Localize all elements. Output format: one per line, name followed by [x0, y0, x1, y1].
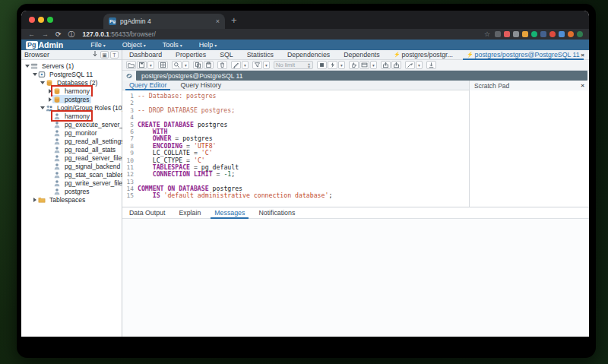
tab-dashboard[interactable]: Dashboard	[122, 50, 169, 60]
tree-item-pg-signal-backend[interactable]: pg_signal_backend	[21, 162, 121, 170]
autocommit-button[interactable]	[359, 61, 369, 69]
code-line-12[interactable]: 12 CONNECTION LIMIT = -1;	[122, 171, 469, 178]
menu-tools[interactable]: Tools▾	[163, 41, 182, 49]
locate-icon[interactable]	[90, 51, 99, 59]
tree-item-pg-stat-scan-tables[interactable]: pg_stat_scan_tables	[21, 170, 121, 179]
tab-postgres-postgr-[interactable]: ⚡postgres/postgr...	[387, 50, 460, 60]
forward-icon[interactable]: →	[42, 30, 49, 38]
tree-item-pg-read-all-settings[interactable]: pg_read_all_settings	[21, 137, 121, 145]
bookmark-star-icon[interactable]: ☆	[484, 30, 490, 38]
edit-grid-button[interactable]	[158, 61, 168, 69]
tree-item-postgres[interactable]: postgres	[21, 187, 121, 195]
tab-messages[interactable]: Messages	[207, 207, 252, 219]
commit-button[interactable]	[349, 61, 359, 69]
tree-item-pg-read-all-stats[interactable]: pg_read_all_stats	[21, 145, 121, 154]
reload-icon[interactable]: ⟳	[55, 30, 62, 38]
chevron-down-icon[interactable]	[40, 105, 45, 110]
copy-button[interactable]	[193, 61, 203, 69]
profile-box-extension-icon[interactable]	[495, 31, 501, 37]
discard-data-button[interactable]	[391, 61, 401, 69]
site-info-icon[interactable]: ⓘ	[68, 30, 75, 40]
blue-extension-icon[interactable]	[559, 31, 565, 37]
avatar-orange-icon[interactable]	[568, 31, 574, 37]
chevron-right-icon[interactable]	[47, 88, 52, 93]
tree-item-pg-read-server-files[interactable]: pg_read_server_files	[21, 154, 121, 162]
find-caret[interactable]: ▾	[182, 61, 189, 69]
filter-button[interactable]	[252, 61, 262, 69]
chevron-down-icon[interactable]	[40, 80, 45, 85]
tree-item-login-group-roles-10-[interactable]: Login/Group Roles (10)	[21, 103, 121, 112]
tree-item-harmony[interactable]: harmony	[21, 87, 121, 95]
save-data-button[interactable]	[381, 61, 391, 69]
edit-button[interactable]	[231, 61, 241, 69]
tree-item-postgresql-11[interactable]: PostgreSQL 11	[21, 70, 121, 78]
tree-item-tablespaces[interactable]: Tablespaces	[21, 195, 121, 204]
spinner-icon[interactable]: ▲▼	[307, 62, 311, 68]
chevron-down-icon[interactable]	[24, 63, 30, 68]
limit-combo[interactable]: No limit▲▼	[274, 61, 313, 69]
macro-button[interactable]	[405, 61, 415, 69]
close-window-button[interactable]	[29, 17, 35, 23]
download-button[interactable]	[426, 61, 436, 69]
autocommit-caret[interactable]: ▾	[370, 61, 377, 69]
tab-postgres-postgres-postgresql-11[interactable]: ⚡postgres/postgres@PostgreSQL 11	[460, 50, 587, 60]
url-text[interactable]: 127.0.0.1:56433/browser/	[83, 30, 156, 38]
scratch-pad-close-icon[interactable]: ×	[581, 82, 584, 89]
paste-button[interactable]	[204, 61, 214, 69]
zoom-window-button[interactable]	[47, 17, 53, 23]
red-circle-extension-icon[interactable]	[549, 31, 556, 37]
filter-icon[interactable]: T	[110, 51, 119, 59]
puzzle-extension-icon[interactable]	[513, 31, 519, 37]
execute-button[interactable]	[328, 61, 337, 69]
find-button[interactable]	[172, 61, 182, 69]
red-square-extension-icon[interactable]	[504, 31, 510, 37]
minimize-window-button[interactable]	[38, 17, 44, 23]
tree-item-pg-write-server-files[interactable]: pg_write_server_files	[21, 179, 121, 187]
execute-caret[interactable]: ▾	[338, 61, 345, 69]
panel-close-icon[interactable]: ×	[581, 52, 584, 59]
scratch-pad[interactable]	[469, 90, 589, 207]
edit-caret[interactable]: ▾	[242, 61, 249, 69]
chevron-right-icon[interactable]	[32, 197, 37, 202]
code-line-1[interactable]: 1-- Database: postgres	[122, 93, 469, 100]
avatar-green-icon[interactable]	[577, 31, 583, 37]
tree-item-postgres[interactable]: postgres	[21, 95, 121, 103]
tab-explain[interactable]: Explain	[172, 207, 207, 219]
open-file-button[interactable]	[126, 61, 136, 69]
menu-object[interactable]: Object▾	[122, 41, 146, 49]
orange-square-extension-icon[interactable]	[522, 31, 528, 37]
sql-editor[interactable]: 1-- Database: postgres23-- DROP DATABASE…	[122, 90, 469, 209]
connection-status-bar[interactable]: postgres/postgres@PostgreSQL 11	[136, 71, 587, 81]
tree-item-pg-monitor[interactable]: pg_monitor	[21, 128, 121, 137]
delete-button[interactable]	[217, 61, 227, 69]
tree-item-pg-execute-server-program[interactable]: pg_execute_server_program	[21, 120, 121, 128]
tree-item-servers-1-[interactable]: Servers (1)	[21, 62, 121, 70]
layout-icon[interactable]: ▣	[100, 51, 109, 59]
chevron-down-icon[interactable]	[32, 71, 37, 77]
green-circle-extension-icon[interactable]	[531, 31, 537, 37]
tab-dependencies[interactable]: Dependencies	[280, 50, 337, 60]
save-caret[interactable]: ▾	[147, 61, 154, 69]
tree-item-databases-2-[interactable]: Databases (2)	[21, 78, 121, 87]
menu-file[interactable]: File▾	[90, 41, 106, 49]
shield-extension-icon[interactable]	[540, 31, 546, 37]
tab-query-editor[interactable]: Query Editor	[122, 81, 173, 90]
tab-dependents[interactable]: Dependents	[337, 50, 386, 60]
code-line-5[interactable]: 5CREATE DATABASE postgres	[122, 122, 469, 128]
save-button[interactable]	[137, 61, 147, 69]
new-tab-button[interactable]: +	[231, 14, 237, 27]
tab-statistics[interactable]: Statistics	[240, 50, 280, 60]
tab-sql[interactable]: SQL	[213, 50, 240, 60]
tree-item-harmony[interactable]: harmony	[21, 112, 121, 120]
code-line-3[interactable]: 3-- DROP DATABASE postgres;	[122, 107, 469, 114]
macro-caret[interactable]: ▾	[416, 61, 423, 69]
tab-data-output[interactable]: Data Output	[122, 207, 172, 219]
code-line-15[interactable]: 15 IS 'default administrative connection…	[122, 192, 469, 199]
tab-close-icon[interactable]: ×	[216, 17, 220, 25]
chevron-right-icon[interactable]	[47, 97, 52, 102]
stop-button[interactable]	[317, 61, 327, 69]
tab-notifications[interactable]: Notifications	[252, 207, 302, 219]
tab-properties[interactable]: Properties	[169, 50, 213, 60]
menu-help[interactable]: Help▾	[199, 41, 217, 49]
filter-caret[interactable]: ▾	[263, 61, 270, 69]
